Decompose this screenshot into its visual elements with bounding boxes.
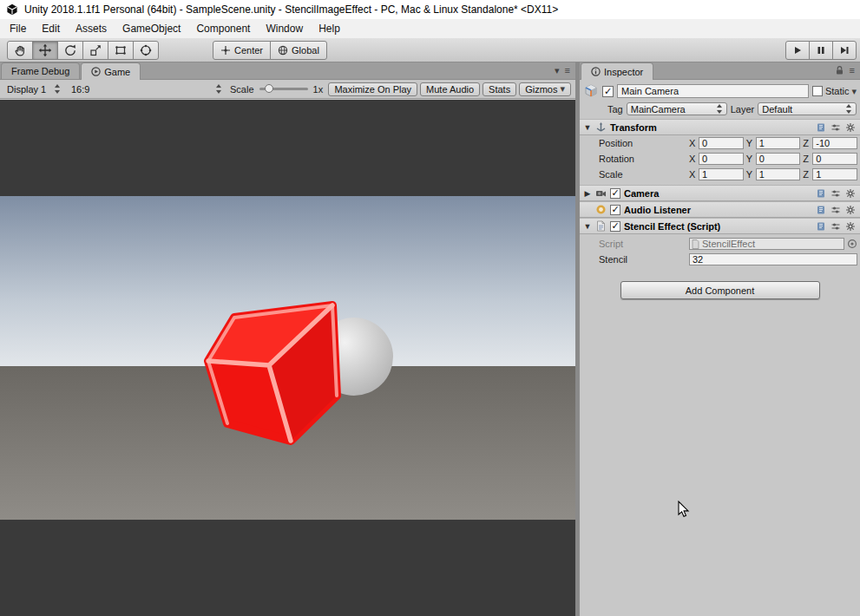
audio-listener-enabled-checkbox[interactable]: ✓ — [610, 205, 620, 215]
add-component-button[interactable]: Add Component — [620, 281, 820, 299]
help-book-icon[interactable] — [816, 205, 826, 215]
preset-icon[interactable] — [830, 122, 841, 133]
scale-y-field[interactable]: 1 — [756, 168, 801, 180]
position-x-field[interactable]: 0 — [699, 137, 744, 149]
pivot-center-button[interactable]: Center — [213, 41, 271, 60]
scale-icon — [89, 43, 102, 57]
hand-tool-button[interactable] — [7, 41, 33, 60]
help-book-icon[interactable] — [816, 188, 826, 199]
static-checkbox[interactable] — [812, 86, 823, 96]
preset-icon[interactable] — [830, 188, 841, 199]
scale-value: 1x — [313, 84, 324, 95]
gameobject-name-field[interactable]: Main Camera — [617, 84, 809, 98]
lock-icon[interactable] — [835, 65, 844, 75]
play-button[interactable] — [785, 41, 810, 60]
object-picker-icon[interactable] — [847, 239, 857, 249]
cube-object — [208, 305, 337, 441]
scale-z-field[interactable]: 1 — [812, 168, 857, 180]
camera-header[interactable]: ▶ ✓ Camera — [580, 185, 860, 201]
scale-x-field[interactable]: 1 — [699, 168, 744, 180]
game-viewport[interactable] — [0, 100, 575, 616]
scale-label: Scale — [599, 169, 689, 180]
help-book-icon[interactable] — [816, 122, 826, 133]
script-object-field[interactable]: StencilEffect — [689, 238, 844, 250]
menu-window[interactable]: Window — [258, 21, 311, 36]
scale-tool-button[interactable] — [82, 41, 108, 60]
menu-gameobject[interactable]: GameObject — [115, 21, 188, 36]
scale-row: Scale X 1 Y 1 Z 1 — [580, 167, 860, 182]
aspect-dropdown[interactable]: 16:9 — [69, 82, 225, 96]
inspector-panel: Inspector ≡ ✓ — [580, 62, 860, 616]
preset-icon[interactable] — [830, 221, 841, 232]
rotation-x-field[interactable]: 0 — [699, 153, 744, 165]
stats-button[interactable]: Stats — [483, 82, 516, 96]
pause-button[interactable] — [809, 41, 833, 60]
static-dropdown-icon[interactable]: ▾ — [851, 87, 857, 96]
display-dropdown[interactable]: Display 1 — [4, 82, 63, 96]
game-toolbar-buttons: Maximize On Play Mute Audio Stats Gizmos… — [328, 82, 571, 96]
aspect-dropdown-icon — [216, 84, 222, 94]
menu-component[interactable]: Component — [188, 21, 258, 36]
tag-dropdown[interactable]: MainCamera — [627, 102, 727, 115]
layer-dropdown[interactable]: Default — [758, 102, 857, 115]
rotation-label: Rotation — [599, 154, 689, 164]
stencil-enabled-checkbox[interactable]: ✓ — [610, 221, 620, 232]
game-scene — [0, 196, 575, 520]
camera-enabled-checkbox[interactable]: ✓ — [610, 188, 620, 199]
rotation-y-field[interactable]: 0 — [756, 153, 801, 165]
mute-audio-button[interactable]: Mute Audio — [420, 82, 480, 96]
panel-dropdown-icon[interactable]: ▾ — [555, 66, 560, 75]
game-view-toolbar: Display 1 16:9 Scale 1x Maximize On Play… — [0, 80, 575, 99]
rotate-tool-button[interactable] — [57, 41, 83, 60]
tab-inspector[interactable]: Inspector — [581, 62, 653, 80]
menu-file[interactable]: File — [2, 21, 34, 36]
rect-tool-button[interactable] — [108, 41, 134, 60]
maximize-on-play-button[interactable]: Maximize On Play — [328, 82, 417, 96]
rotation-z-field[interactable]: 0 — [812, 153, 857, 165]
pivot-controls: Center Global — [213, 41, 327, 60]
inspector-tab-options: ≡ — [835, 65, 860, 79]
menu-help[interactable]: Help — [311, 21, 348, 36]
scale-slider[interactable] — [259, 88, 308, 90]
layer-label: Layer — [731, 104, 755, 115]
position-z-field[interactable]: -10 — [812, 137, 857, 149]
transform-foldout-icon[interactable]: ▼ — [583, 123, 592, 132]
scale-label: Scale — [230, 84, 254, 95]
transform-tool-button[interactable] — [133, 41, 159, 60]
game-panel-tab-options: ▾ ≡ — [555, 66, 575, 79]
gear-icon[interactable] — [845, 205, 856, 215]
camera-foldout-icon[interactable]: ▶ — [583, 189, 592, 198]
step-button[interactable] — [832, 41, 857, 60]
gear-icon[interactable] — [845, 221, 856, 232]
audio-listener-title: Audio Listener — [624, 205, 812, 215]
pivot-global-button[interactable]: Global — [270, 41, 327, 60]
scale-slider-knob[interactable] — [265, 84, 273, 93]
preset-icon[interactable] — [830, 205, 841, 215]
gizmo-icon — [139, 43, 153, 57]
stencil-foldout-icon[interactable]: ▼ — [583, 222, 592, 231]
position-label: Position — [599, 138, 689, 148]
menu-assets[interactable]: Assets — [68, 21, 115, 36]
panel-menu-icon[interactable]: ≡ — [565, 66, 570, 75]
help-book-icon[interactable] — [816, 221, 826, 232]
gear-icon[interactable] — [845, 188, 856, 199]
gameobject-active-checkbox[interactable]: ✓ — [602, 86, 614, 97]
position-y-field[interactable]: 1 — [756, 137, 801, 149]
stencil-effect-header[interactable]: ▼ ✓ Stencil Effect (Script) — [580, 218, 860, 234]
move-tool-button[interactable] — [32, 41, 58, 60]
camera-header-icons — [816, 188, 856, 199]
stencil-value-field[interactable]: 32 — [689, 253, 857, 265]
script-row: Script StencilEffect — [580, 236, 860, 252]
gear-icon[interactable] — [845, 122, 856, 133]
game-view-icon — [91, 67, 101, 76]
audio-listener-header[interactable]: ✓ Audio Listener — [580, 201, 860, 218]
tab-frame-debug[interactable]: Frame Debug — [1, 62, 80, 79]
tab-game[interactable]: Game — [81, 62, 141, 80]
menu-edit[interactable]: Edit — [34, 21, 68, 36]
transform-header[interactable]: ▼ Transform — [580, 119, 860, 135]
inspector-tabbar: Inspector ≡ — [580, 62, 860, 80]
gizmos-dropdown[interactable]: Gizmos ▾ — [519, 82, 571, 96]
inspector-menu-icon[interactable]: ≡ — [850, 66, 855, 75]
display-dropdown-icon — [55, 84, 61, 94]
rotate-icon — [63, 43, 77, 57]
